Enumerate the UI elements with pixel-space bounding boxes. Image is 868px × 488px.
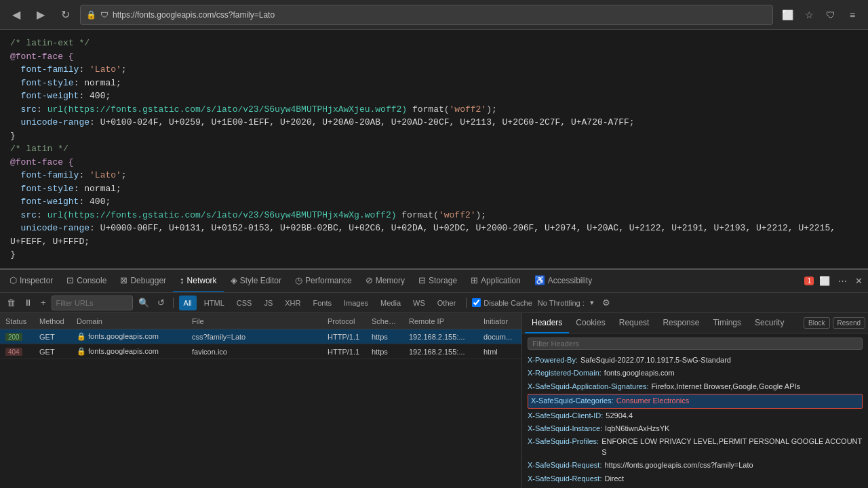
reload-button[interactable]: ↻: [56, 5, 75, 24]
toolbar-right: ⬜ ☆ 🛡 ≡: [778, 6, 861, 24]
devtools-panel: ⬡ Inspector ⊡ Console ⊠ Debugger ↕ Netwo…: [0, 268, 868, 488]
row2-method: GET: [34, 348, 71, 356]
disable-cache-label[interactable]: Disable Cache: [472, 298, 532, 307]
row2-scheme: https: [366, 348, 403, 356]
pause-button[interactable]: ⏸: [21, 296, 35, 309]
code-line-16: }: [10, 249, 16, 260]
console-icon: ⊡: [66, 275, 74, 285]
headers-content: X-Powered-By: SafeSquid-2022.07.10.1917.…: [522, 333, 868, 488]
detail-tab-timings[interactable]: Timings: [706, 313, 748, 333]
resend-button[interactable]: Resend: [833, 317, 865, 329]
code-line-4: font-style: normal;: [10, 78, 121, 88]
header-name: X-SafeSquid-Instance:: [528, 424, 602, 434]
filter-fonts[interactable]: Fonts: [308, 296, 336, 310]
trash-button[interactable]: 🗑: [4, 296, 18, 309]
shield-button[interactable]: 🛡: [822, 6, 840, 24]
header-value: Firefox,Internet Browser,Google,Google A…: [652, 382, 801, 392]
header-value: SafeSquid-2022.07.10.1917.5-SwG-Standard: [580, 355, 731, 365]
filter-images[interactable]: Images: [339, 296, 373, 310]
header-row-client-id: X-SafeSquid-Client-ID: 52904.4: [528, 409, 863, 422]
inspector-icon: ⬡: [9, 275, 17, 285]
reload-preserve-button[interactable]: ↺: [155, 296, 167, 309]
header-row-request-url: X-SafeSquid-Request: https://fonts.googl…: [528, 459, 863, 472]
header-row-categories: X-SafeSquid-Categories: Consumer Electro…: [528, 394, 863, 408]
header-status: Status: [0, 317, 34, 325]
detail-tab-headers[interactable]: Headers: [525, 313, 569, 333]
network-pane: Status Method Domain File Protocol Schem…: [0, 313, 868, 488]
tab-performance[interactable]: ◷ Performance: [288, 270, 359, 293]
header-row-powered: X-Powered-By: SafeSquid-2022.07.10.1917.…: [528, 354, 863, 367]
filter-media[interactable]: Media: [376, 296, 406, 310]
menu-button[interactable]: ≡: [844, 6, 861, 24]
back-button[interactable]: ◀: [7, 5, 26, 24]
forward-button[interactable]: ▶: [31, 5, 50, 24]
block-button[interactable]: Block: [804, 317, 829, 329]
code-line-12: font-style: normal;: [10, 184, 121, 194]
header-row-app-sig: X-SafeSquid-Application-Signatures: Fire…: [528, 380, 863, 393]
tab-accessibility[interactable]: ♿ Accessibility: [528, 270, 599, 293]
header-value: IqbN6tiwnAxHzsYK: [605, 424, 669, 434]
new-window-button[interactable]: ⬜: [816, 274, 833, 287]
code-line-9: /* latin */: [10, 144, 68, 154]
header-domain: Domain: [71, 317, 186, 325]
tab-network[interactable]: ↕ Network: [173, 270, 224, 293]
add-button[interactable]: +: [38, 296, 49, 309]
bookmark-button[interactable]: ☆: [800, 6, 818, 24]
tab-memory[interactable]: ⊘ Memory: [359, 270, 412, 293]
row1-domain: 🔒 fonts.googleapis.com: [71, 332, 186, 341]
detail-tab-security[interactable]: Security: [748, 313, 791, 333]
devtools-tab-bar: ⬡ Inspector ⊡ Console ⊠ Debugger ↕ Netwo…: [0, 270, 868, 293]
network-settings-button[interactable]: ⚙: [599, 296, 613, 309]
code-line-3: font-family: 'Lato';: [10, 64, 127, 75]
tab-storage[interactable]: ⊟ Storage: [412, 270, 464, 293]
header-protocol: Protocol: [322, 317, 366, 325]
detail-tab-cookies[interactable]: Cookies: [569, 313, 612, 333]
code-line-15: unicode-range: U+0000-00FF, U+0131, U+01…: [10, 223, 835, 247]
error-badge: 1: [804, 277, 814, 285]
search-button[interactable]: 🔍: [136, 296, 152, 309]
browser-toolbar: ◀ ▶ ↻ 🔒 🛡 ⬜ ☆ 🛡 ≡: [0, 0, 868, 30]
code-line-5: font-weight: 400;: [10, 91, 111, 101]
filter-headers-input[interactable]: [528, 338, 863, 350]
header-file: File: [186, 317, 322, 325]
filter-html[interactable]: HTML: [199, 296, 229, 310]
filter-ws[interactable]: WS: [408, 296, 430, 310]
filter-css[interactable]: CSS: [232, 296, 257, 310]
row2-status: 404: [0, 348, 34, 356]
code-line-13: font-weight: 400;: [10, 197, 111, 207]
row2-initiator: html: [478, 348, 522, 356]
header-row-profiles: X-SafeSquid-Profiles: ENFORCE LOW PRIVAC…: [528, 435, 863, 459]
tab-style-editor[interactable]: ◈ Style Editor: [224, 270, 288, 293]
filter-xhr[interactable]: XHR: [280, 296, 305, 310]
throttle-dropdown[interactable]: ▾: [587, 297, 597, 308]
close-devtools-button[interactable]: ✕: [852, 274, 865, 287]
tabs-button[interactable]: ⬜: [778, 6, 796, 24]
code-line-11: font-family: 'Lato';: [10, 170, 127, 180]
disable-cache-checkbox[interactable]: [472, 298, 481, 307]
table-row[interactable]: 200 GET 🔒 fonts.googleapis.com css?famil…: [0, 329, 521, 344]
tab-debugger[interactable]: ⊠ Debugger: [113, 270, 173, 293]
detail-tab-response[interactable]: Response: [656, 313, 706, 333]
separator-1: [173, 298, 174, 308]
filter-urls-input[interactable]: [52, 296, 133, 310]
tab-console[interactable]: ⊡ Console: [60, 270, 113, 293]
table-row[interactable]: 404 GET 🔒 fonts.googleapis.com favicon.i…: [0, 344, 521, 359]
header-name: X-SafeSquid-Categories:: [531, 396, 614, 406]
url-input[interactable]: [113, 10, 767, 20]
header-value: ENFORCE LOW PRIVACY LEVEL,PERMIT PERSONA…: [601, 436, 863, 458]
page-content: /* latin-ext */ @font-face { font-family…: [0, 30, 868, 268]
filter-js[interactable]: JS: [259, 296, 277, 310]
filter-all[interactable]: All: [179, 296, 197, 310]
row2-domain: 🔒 fonts.googleapis.com: [71, 347, 186, 356]
code-line-8: }: [10, 131, 16, 141]
security-icon: 🔒: [86, 10, 96, 20]
detail-tab-request[interactable]: Request: [612, 313, 656, 333]
header-scheme: Scheme: [366, 317, 403, 325]
tab-inspector[interactable]: ⬡ Inspector: [3, 270, 60, 293]
code-line-7: unicode-range: U+0100-024F, U+0259, U+1E…: [10, 117, 635, 127]
tab-application[interactable]: ⊞ Application: [464, 270, 528, 293]
request-list: Status Method Domain File Protocol Schem…: [0, 313, 522, 488]
detail-actions: Block Resend: [804, 317, 865, 329]
more-button[interactable]: ⋯: [835, 274, 850, 287]
filter-other[interactable]: Other: [433, 296, 461, 310]
